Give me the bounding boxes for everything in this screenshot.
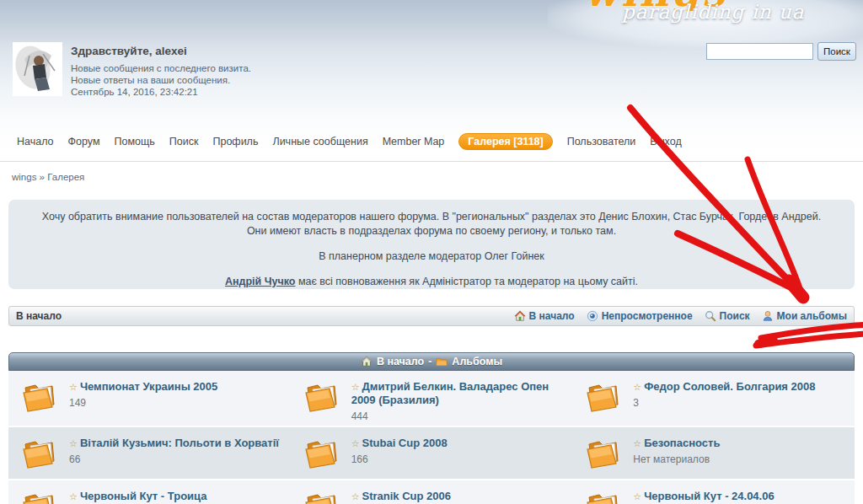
nav-item-gallery-active[interactable]: Галерея [3118] [458,133,552,150]
album-row: ☆Віталій Кузьмич: Польоти в Хорватії 66 … [8,426,855,480]
album-cell: ☆Stranik Cup 2006 [291,480,573,504]
admin-profile-link[interactable]: Андрій Чучко [225,276,296,287]
album-count: 149 [69,397,217,409]
album-link[interactable]: ☆Дмитрий Белкин. Валадарес Опен 2009 (Бр… [351,380,568,407]
album-cell: ☆Федор Соловей. Болгария 2008 3 [572,371,855,426]
nav-item-users[interactable]: Пользователи [567,136,636,147]
folder-icon [584,436,621,471]
toolbar-link-my-albums[interactable]: Мои альбомы [762,310,847,322]
album-cell: ☆Червоный Кут - Троица [8,480,291,504]
album-cell: ☆Чемпионат Украины 2005 149 [8,371,291,426]
album-link[interactable]: ☆Stubai Cup 2008 [351,437,448,450]
avatar [13,42,62,96]
album-link[interactable]: ☆Віталій Кузьмич: Польоти в Хорватії [69,437,279,450]
gallery-header-albums[interactable]: Альбомы [452,356,502,367]
folder-icon [20,489,57,504]
nav-item-profile[interactable]: Профиль [212,136,258,147]
album-cell: ☆Stubai Cup 2008 166 [291,427,573,479]
home-icon [361,356,373,367]
star-icon: ☆ [351,438,360,448]
star-icon: ☆ [633,382,641,392]
star-icon: ☆ [633,438,641,448]
album-table: ☆Чемпионат Украины 2005 149 ☆Дмитрий Бел… [8,371,855,504]
album-cell: ☆Дмитрий Белкин. Валадарес Опен 2009 (Бр… [291,371,573,426]
album-row: ☆Червоный Кут - Троица ☆Stranik Cup 2006… [8,480,855,504]
breadcrumb-separator: » [40,172,45,182]
notice-paragraph-3-rest: має всі повноваження як Адміністратор та… [295,276,638,287]
folder-icon [303,436,340,471]
nav-item-member-map[interactable]: Member Map [383,136,445,147]
star-icon: ☆ [633,491,641,501]
user-icon [762,310,774,322]
nav-item-messages[interactable]: Личные сообщения [272,136,367,147]
folder-icon [436,356,448,367]
breadcrumb-site-link[interactable]: wings [12,172,36,182]
album-row: ☆Чемпионат Украины 2005 149 ☆Дмитрий Бел… [8,371,855,426]
nav-item-home[interactable]: Начало [17,136,54,147]
album-link[interactable]: ☆Stubai Cup 2008Безопасность [633,437,720,450]
nav-item-help[interactable]: Помощь [115,136,155,147]
folder-icon [584,379,621,415]
search-icon [705,310,716,322]
gallery-header-home[interactable]: В начало [377,356,424,367]
gallery-toolbar: В начало В начало Непросмотренное Поиск … [8,306,855,326]
star-icon: ☆ [69,438,78,448]
album-cell: ☆Червоный Кут - 24.04.06 [572,480,855,504]
gallery-section-header: В начало - Альбомы [8,352,855,371]
notice-paragraph-2: В планерном разделе модератор Олег Гойне… [32,249,831,264]
star-icon: ☆ [69,491,78,501]
site-tagline: paragliding in ua [622,1,841,23]
toolbar-link-home[interactable]: В начало [514,310,575,322]
album-link[interactable]: ☆Федор Соловей. Болгария 2008 [633,380,815,394]
album-cell: ☆Віталій Кузьмич: Польоти в Хорватії 66 [8,427,291,479]
moderators-notice: Хочу обратить внимание пользователей на … [8,200,855,289]
toolbar-link-my-albums-label: Мои альбомы [777,310,847,322]
star-icon: ☆ [69,382,78,392]
toolbar-link-unseen-label: Непросмотренное [602,310,693,322]
breadcrumb-page: Галерея [47,172,84,182]
new-messages-link[interactable]: Новые сообщения с последнего визита. [71,62,251,74]
album-count: 166 [351,453,448,465]
home-icon [514,310,526,322]
nav-item-search[interactable]: Поиск [169,136,199,147]
breadcrumb: wings » Галерея [12,172,84,182]
folder-icon [584,489,621,504]
star-icon: ☆ [351,491,360,501]
album-cell: ☆Stubai Cup 2008Безопасность Нет материа… [572,427,855,479]
star-icon: ☆ [351,382,360,392]
toolbar-links: В начало Непросмотренное Поиск Мои альбо… [514,310,847,322]
user-panel: Здравствуйте, alexei Новые сообщения с п… [71,45,251,98]
album-count: 3 [633,397,815,409]
toolbar-link-home-label: В начало [529,310,575,322]
nav-item-forum[interactable]: Форум [68,136,100,147]
toolbar-link-search-label: Поиск [720,310,750,322]
nav-divider [0,161,863,162]
album-link[interactable]: ☆Червоный Кут - 24.04.06 [633,490,774,503]
search-button[interactable]: Поиск [817,42,856,61]
toolbar-title: В начало [16,310,62,322]
album-count: 66 [69,453,279,465]
folder-icon [20,436,57,471]
current-datetime: Сентябрь 14, 2016, 23:42:21 [71,86,251,98]
eye-icon [587,310,598,322]
greeting-text: Здравствуйте, alexei [71,45,251,57]
album-link[interactable]: ☆Червоный Кут - Троица [69,490,206,503]
notice-paragraph-3: Андрій Чучко має всі повноваження як Адм… [32,275,831,289]
main-nav: Начало Форум Помощь Поиск Профиль Личные… [17,133,682,150]
new-replies-link[interactable]: Новые ответы на ваши сообщения. [71,74,251,86]
gallery-header-separator: - [428,356,432,367]
search-input[interactable] [706,43,813,60]
folder-icon [20,379,57,415]
album-count: Нет материалов [633,453,720,465]
toolbar-link-search[interactable]: Поиск [705,310,750,322]
folder-icon [303,489,340,504]
album-link[interactable]: ☆Чемпионат Украины 2005 [69,380,217,394]
folder-icon [303,379,340,415]
album-link[interactable]: ☆Stranik Cup 2006 [351,490,451,503]
toolbar-link-unseen[interactable]: Непросмотренное [587,310,693,322]
nav-item-logout[interactable]: Выход [650,136,681,147]
album-count: 444 [351,410,568,422]
notice-paragraph-1: Хочу обратить внимание пользователей на … [32,210,831,239]
